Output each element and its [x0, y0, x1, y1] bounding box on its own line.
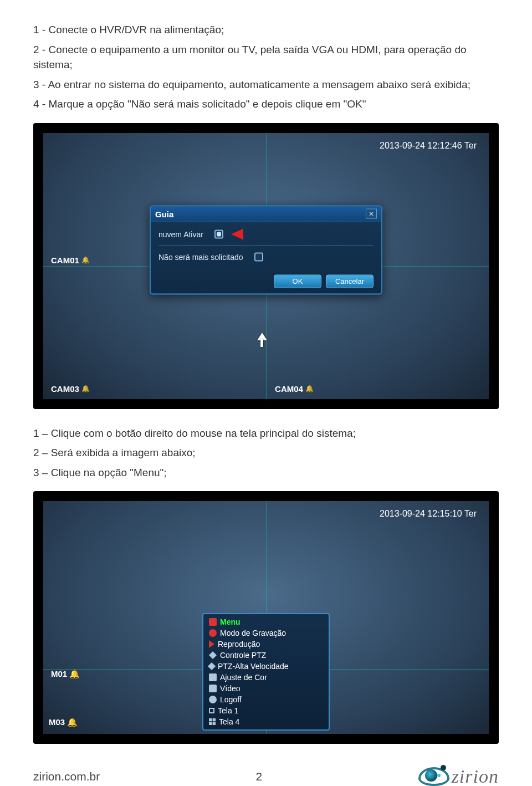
context-menu: Menu Modo de Gravação Reprodução Control… [202, 613, 330, 731]
instruction-step-1: 1 - Conecte o HVR/DVR na alimentação; [33, 22, 499, 38]
menu-item-menu[interactable]: Menu [203, 616, 329, 627]
instruction-step-4: 4 - Marque a opção "Não será mais solici… [33, 96, 499, 112]
cam04-label: CAM04🔔 [275, 384, 314, 394]
ok-button[interactable]: OK [274, 274, 321, 288]
ptz-icon [209, 651, 217, 659]
guia-dialog: Guia ✕ nuvem Ativar Não será mais solici… [150, 205, 382, 294]
menu-item-logoff[interactable]: Logoff [203, 694, 329, 705]
logo-text: zirion [452, 766, 499, 786]
menu-item-modo-gravacao[interactable]: Modo de Gravação [203, 627, 329, 639]
eye-icon [418, 767, 449, 786]
bell-icon: 🔔 [81, 256, 90, 264]
record-icon [209, 629, 217, 637]
zirion-logo: zirion [418, 766, 499, 786]
nao-solicitado-label: Não será mais solicitado [158, 252, 243, 261]
footer-url: zirion.com.br [33, 770, 100, 783]
video-icon [209, 685, 217, 692]
menu-item-tela-4[interactable]: Tela 4 [203, 716, 329, 727]
tela1-icon [209, 708, 214, 713]
cam01-label-2: M01 🔔 [51, 669, 80, 679]
instruction-step-2: 2 - Conecte o equipamento a um monitor o… [33, 42, 499, 73]
row-nuvem-ativar: nuvem Ativar [158, 228, 374, 239]
dialog-body: nuvem Ativar Não será mais solicitado OK… [151, 222, 381, 293]
instruction-step-b2: 2 – Será exibida a imagem abaixo; [33, 445, 499, 461]
nuvem-ativar-checkbox[interactable] [214, 229, 223, 238]
cam01-label: CAM01🔔 [51, 256, 90, 265]
dialog-divider [158, 245, 374, 246]
menu-item-reproducao[interactable]: Reprodução [203, 639, 329, 650]
monitor-frame-2: 2013-09-24 12:15:10 Ter M01 🔔 M03 🔔 CAM0… [33, 491, 499, 744]
screenshot-context-menu: 2013-09-24 12:15:10 Ter M01 🔔 M03 🔔 CAM0… [33, 491, 499, 744]
dialog-title: Guia [155, 209, 173, 218]
home-icon [209, 618, 217, 626]
dialog-buttons: OK Cancelar [274, 274, 374, 288]
bell-icon: 🔔 [81, 385, 90, 392]
page-number: 2 [256, 770, 263, 783]
bell-icon: 🔔 [69, 669, 80, 678]
menu-item-video[interactable]: Vídeo [203, 683, 329, 694]
instruction-step-3: 3 - Ao entrar no sistema do equipamento,… [33, 77, 499, 93]
logoff-icon [209, 696, 217, 703]
dvr-screen: 2013-09-24 12:12:46 Ter CAM01🔔 CAM03🔔 CA… [43, 133, 489, 399]
cam03-label: CAM03🔔 [51, 384, 90, 394]
cam03-label-2: M03 🔔 [49, 717, 78, 727]
cursor-icon [257, 333, 269, 349]
menu-item-ajuste-cor[interactable]: Ajuste de Cor [203, 672, 329, 683]
dvr-screen-2: 2013-09-24 12:15:10 Ter M01 🔔 M03 🔔 CAM0… [43, 501, 489, 734]
timestamp-label-2: 2013-09-24 12:15:10 Ter [380, 509, 477, 519]
bell-icon: 🔔 [67, 717, 78, 727]
monitor-frame: 2013-09-24 12:12:46 Ter CAM01🔔 CAM03🔔 CA… [33, 123, 499, 409]
menu-item-controle-ptz[interactable]: Controle PTZ [203, 650, 329, 661]
menu-item-ptz-alta-velocidade[interactable]: PTZ-Alta Velocidade [203, 661, 329, 672]
page-footer: zirion.com.br 2 zirion [33, 766, 499, 786]
menu-item-tela-1[interactable]: Tela 1 [203, 705, 329, 716]
dialog-titlebar: Guia ✕ [151, 206, 381, 222]
tela4-icon [209, 718, 216, 725]
close-icon[interactable]: ✕ [366, 209, 377, 219]
nuvem-ativar-label: nuvem Ativar [158, 229, 203, 238]
speed-icon [208, 662, 216, 670]
row-nao-solicitado: Não será mais solicitado [158, 252, 374, 261]
instruction-step-b1: 1 – Clique com o botão direito do mouse … [33, 426, 499, 441]
nao-solicitado-checkbox[interactable] [254, 252, 263, 261]
instruction-step-b3: 3 – Clique na opção "Menu"; [33, 465, 499, 481]
play-icon [209, 640, 214, 648]
timestamp-label: 2013-09-24 12:12:46 Ter [380, 141, 477, 151]
red-arrow-icon [231, 228, 243, 239]
cancel-button[interactable]: Cancelar [326, 274, 374, 288]
color-icon [209, 673, 217, 681]
screenshot-guia-dialog: 2013-09-24 12:12:46 Ter CAM01🔔 CAM03🔔 CA… [33, 123, 499, 409]
bell-icon: 🔔 [305, 385, 314, 392]
